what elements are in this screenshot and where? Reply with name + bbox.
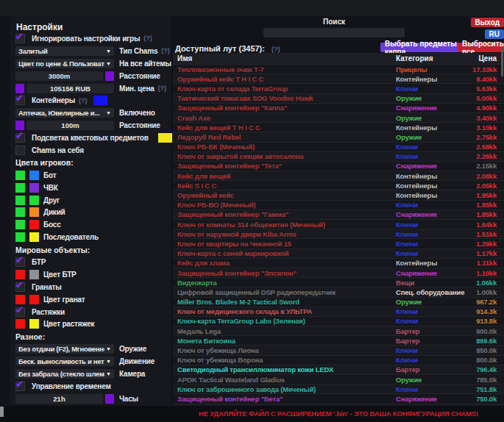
loot-table-row[interactable]: Кейс для хлама Контейнеры 1.11kk: [173, 258, 504, 268]
color-swatch[interactable]: [29, 183, 39, 193]
loot-table-row[interactable]: Ключ от квартиры на Чеканной 15 Ключи 1.…: [173, 238, 504, 248]
color-swatch[interactable]: [29, 295, 39, 304]
loot-table-row[interactable]: Кейс для вещей T H I C C Контейнеры 3.10…: [173, 122, 504, 132]
loot-table-row[interactable]: Ключ от закрытой секции автосалона Ключи…: [173, 151, 504, 161]
settings-checkbox-row[interactable]: ✔ Игнорировать настройки игры (?): [10, 32, 171, 45]
loot-table-row[interactable]: Ключ от убежища Лиона Ключи 850.0k: [173, 345, 504, 354]
dropdown[interactable]: Залитый ▼: [15, 46, 114, 56]
color-swatch[interactable]: [15, 196, 25, 205]
checkbox[interactable]: ✔: [15, 34, 25, 43]
checkbox[interactable]: ✔: [15, 382, 25, 391]
settings-checkbox-row[interactable]: ✔ Гранаты: [10, 281, 171, 293]
loot-table-row[interactable]: Монета Биткоина Бартер 869.6k: [173, 335, 504, 345]
select-kappa-items-button[interactable]: Выбрать предметы каппа: [380, 43, 463, 52]
color-swatch[interactable]: [15, 220, 25, 229]
loot-table-row[interactable]: Ключ от медицинского склада в УЛЬТРА Клю…: [173, 307, 504, 316]
dropdown[interactable]: Беск. выносливость и нет уста ▼: [15, 357, 114, 366]
loot-table-row[interactable]: Кейс для вещей Контейнеры 2.08kk: [173, 171, 504, 180]
loot-table-row[interactable]: Ключ-карта от склада TerraGroup Ключи 5.…: [173, 83, 504, 93]
check-icon: ✔: [15, 254, 24, 265]
loot-table-row[interactable]: Crash Axe Оружие 3.40kk: [173, 112, 504, 122]
loot-table-row[interactable]: Тепловизионные очки Т-7 Прицелы 17.33kk: [173, 64, 504, 74]
color-swatch[interactable]: [93, 96, 107, 105]
checkbox[interactable]: ✔: [15, 257, 25, 267]
settings-checkbox-row[interactable]: ✔ Контейнеры (?): [10, 94, 171, 107]
loot-table-row[interactable]: Miller Bros. Blades M-2 Tactical Sword О…: [173, 297, 504, 307]
loot-table-row[interactable]: Оружейный кейс Контейнеры 1.95kk: [173, 190, 504, 199]
value-input[interactable]: 21h: [15, 394, 103, 404]
settings-checkbox-row[interactable]: ✔ БТР: [10, 256, 171, 268]
settings-checkbox-row[interactable]: ✔ Chams на себя: [10, 144, 171, 157]
dropdown[interactable]: Без отдачи (F2), Мгновенное п ▼: [15, 344, 114, 354]
checkbox[interactable]: ✔: [15, 307, 25, 317]
value-input[interactable]: 105156 RUB: [26, 84, 114, 93]
color-swatch[interactable]: [29, 171, 39, 180]
loot-table-row[interactable]: Тактический томагавк SOG Voodoo Hawk Ору…: [173, 93, 504, 103]
loot-table-row[interactable]: Ключ от заброшенного завода (Меченый) Кл…: [173, 384, 504, 393]
loot-table-row[interactable]: Ключ от комнаты 314 общежития (Меченый) …: [173, 219, 504, 229]
color-swatch[interactable]: [29, 220, 39, 229]
side-tab-handle[interactable]: [0, 407, 4, 417]
checkbox[interactable]: ✔: [15, 282, 25, 292]
color-swatch[interactable]: [105, 394, 114, 404]
checkbox[interactable]: ✔: [15, 96, 25, 105]
loot-table-row[interactable]: Оружейный кейс T H I C C Контейнеры 8.40…: [173, 74, 504, 83]
loot-table-row[interactable]: Светодиодный трансиллюминатор кожи LEDX …: [173, 365, 504, 374]
loot-table-row[interactable]: Ключ от наружной двери Kiba Arms Ключи 1…: [173, 229, 504, 238]
color-swatch[interactable]: [15, 207, 25, 217]
color-swatch[interactable]: [105, 71, 114, 81]
color-swatch[interactable]: [15, 232, 25, 242]
loot-table-row[interactable]: Кейс S I C C Контейнеры 2.05kk: [173, 180, 504, 190]
dropdown[interactable]: Аптечка, Ювелирные и... ▼: [15, 108, 114, 118]
item-price: 1.64kk: [467, 221, 504, 229]
loot-table-row[interactable]: Защищенный контейнер "Гамма" Снаряжение …: [173, 210, 504, 219]
checkbox[interactable]: ✔: [15, 133, 25, 143]
loot-table-row[interactable]: Ключ-карта TerraGroup Labs (Зеленая) Клю…: [173, 316, 504, 326]
column-name[interactable]: Имя: [173, 54, 396, 62]
checkbox[interactable]: ✔: [15, 146, 25, 155]
color-swatch[interactable]: [29, 207, 39, 217]
dropdown[interactable]: Цвет по цене & Пользователь ▼: [15, 59, 114, 68]
color-swatch[interactable]: [158, 133, 172, 143]
loot-table-row[interactable]: APOK Tactical Wasteland Gladius Оружие 7…: [173, 374, 504, 384]
table-scrollbar[interactable]: [501, 47, 503, 76]
settings-checkbox-row[interactable]: ✔ Растяжки: [10, 306, 171, 318]
loot-table-row[interactable]: Защищенный контейнер "Бета" Снаряжение 7…: [173, 393, 504, 403]
value-input[interactable]: 100m: [26, 121, 114, 130]
color-swatch[interactable]: [15, 183, 25, 193]
settings-checkbox-row[interactable]: ✔ Подсветка квестовых предметов: [10, 132, 171, 144]
item-name: Ключ от убежища Лиона: [173, 346, 396, 354]
drop-all-button[interactable]: Выбросить все: [458, 43, 504, 52]
color-swatch[interactable]: [29, 270, 39, 279]
loot-table-row[interactable]: Ключ-карта с синей маркировкой Ключи 1.1…: [173, 248, 504, 258]
search-input[interactable]: [263, 28, 405, 37]
column-category[interactable]: Категория: [396, 54, 467, 62]
loot-table-row[interactable]: Медаль Lega Бартер 900.0k: [173, 326, 504, 335]
color-swatch[interactable]: [15, 171, 25, 180]
color-swatch[interactable]: [29, 232, 39, 242]
color-swatch[interactable]: [29, 196, 39, 205]
color-swatch[interactable]: [15, 270, 25, 279]
loot-table-row[interactable]: Защищенный контейнер "Каппа" Снаряжение …: [173, 103, 504, 112]
item-category: Спец. оборудование: [396, 288, 467, 296]
color-swatch[interactable]: [15, 121, 24, 130]
dropdown[interactable]: Без забрала (стекло шлема) ▼: [15, 369, 114, 379]
color-swatch[interactable]: [15, 295, 25, 304]
loot-table-row[interactable]: Ледоруб Red Rebel Оружие 2.75kk: [173, 132, 504, 141]
loot-table-row[interactable]: Защищенный контейнер "Эпсилон" Снаряжени…: [173, 268, 504, 277]
item-category: Оружие: [396, 133, 467, 141]
loot-table-row[interactable]: Защищенный контейнер "Тета" Снаряжение 2…: [173, 161, 504, 171]
loot-table-row[interactable]: Ключ РБ-ВО (Меченый) Ключи 1.85kk: [173, 200, 504, 210]
exit-button[interactable]: Выход: [471, 18, 504, 27]
color-swatch[interactable]: [29, 319, 39, 329]
loot-table-row[interactable]: Видеокарта Вещи 1.06kk: [173, 277, 504, 287]
color-swatch[interactable]: [15, 319, 25, 329]
color-swatch[interactable]: [15, 84, 24, 93]
loot-table-row[interactable]: Цифровой защищенный DSP радиопередатчик …: [173, 287, 504, 296]
loot-table-row[interactable]: Ключ от убежища Ворона Ключи 800.0k: [173, 355, 504, 365]
loot-table-row[interactable]: Ключ РБ-БК (Меченый) Ключи 2.58kk: [173, 142, 504, 151]
column-price[interactable]: Цена: [467, 54, 504, 62]
value-input[interactable]: 3000m: [15, 71, 103, 81]
settings-checkbox-row[interactable]: ✔ Управление временем: [10, 380, 171, 393]
language-button[interactable]: RU: [485, 29, 504, 39]
